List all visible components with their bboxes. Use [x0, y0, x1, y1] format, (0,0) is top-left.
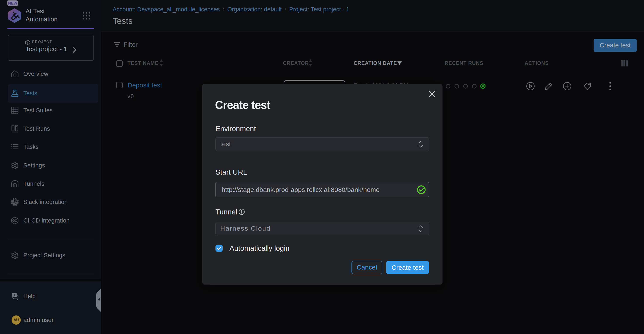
svg-text:?: ? [14, 294, 16, 297]
